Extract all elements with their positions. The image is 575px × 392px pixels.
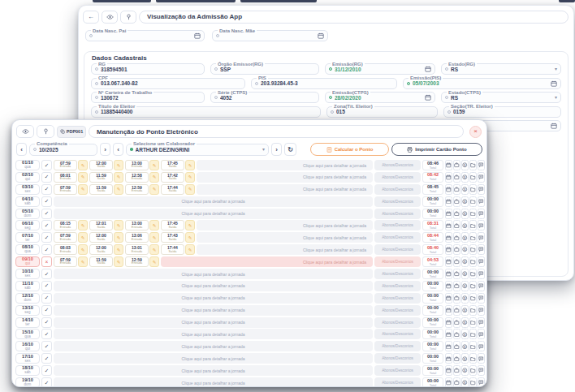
edit-punch-button[interactable]: ✎	[149, 232, 159, 243]
detail-journey-button[interactable]: Clique aqui para detalhar a jornada	[54, 305, 373, 316]
edit-punch-button[interactable]: ✎	[185, 232, 195, 243]
abonos-descontos-button[interactable]: Abonos/Descontos	[374, 209, 421, 219]
briefcase-icon-button[interactable]	[453, 196, 460, 207]
detail-journey-button[interactable]: Clique aqui para detalhar a jornada	[54, 196, 373, 207]
abonos-descontos-button[interactable]: Abonos/Descontos	[374, 269, 421, 279]
edit-punch-button[interactable]: ✎	[185, 172, 195, 183]
comment-icon-button[interactable]	[478, 365, 485, 376]
field-t-tulo-de-eleitor[interactable]: Título de Eleitor11885440400	[91, 106, 321, 118]
money-icon-button[interactable]: $	[461, 341, 469, 351]
folder-icon-button[interactable]	[469, 269, 477, 279]
comment-icon-button[interactable]	[478, 269, 485, 279]
competencia-next-button[interactable]: ›	[100, 143, 110, 156]
edit-punch-button[interactable]: ✎	[114, 244, 123, 255]
folder-icon-button[interactable]	[469, 232, 477, 243]
eye-icon-button[interactable]	[102, 11, 118, 24]
money-icon-button[interactable]: $	[461, 317, 469, 328]
edit-punch-button[interactable]: ✎	[185, 184, 195, 195]
comment-icon-button[interactable]	[478, 232, 485, 243]
pin-icon-button[interactable]	[37, 125, 54, 138]
edit-punch-button[interactable]: ✎	[114, 256, 123, 267]
detail-journey-button[interactable]: Clique aqui para detalhar a jornada	[54, 377, 373, 387]
detail-journey-button[interactable]: Clique aqui para detalhar a jornada	[54, 329, 373, 339]
calendar-icon-button[interactable]	[445, 281, 452, 291]
comment-icon-button[interactable]	[478, 329, 485, 339]
abonos-descontos-button[interactable]: Abonos/Descontos	[374, 160, 421, 170]
edit-punch-button[interactable]: ✎	[114, 220, 123, 230]
colaborador-select[interactable]: Selecione um Colaborador ARTHUR DEZINGRI…	[126, 144, 269, 156]
comment-icon-button[interactable]	[478, 281, 485, 291]
abonos-descontos-button[interactable]: Abonos/Descontos	[374, 317, 421, 328]
day-checkbox[interactable]: ✓	[41, 329, 52, 339]
field-estado-rg[interactable]: Estado(RG)RS▾	[441, 63, 561, 75]
abonos-descontos-button[interactable]: Abonos/Descontos	[374, 377, 421, 387]
edit-punch-button[interactable]: ✎	[149, 256, 159, 267]
day-checkbox[interactable]: ✓	[41, 160, 52, 170]
abonos-descontos-button[interactable]: Abonos/Descontos	[374, 341, 421, 351]
field-pis[interactable]: PIS203.93284.45-3	[251, 78, 397, 89]
edit-punch-button[interactable]: ✎	[149, 244, 159, 255]
competencia-prev-button[interactable]: ‹	[16, 143, 27, 156]
money-icon-button[interactable]: $	[461, 377, 469, 387]
money-icon-button[interactable]: $	[461, 209, 469, 219]
money-icon-button[interactable]: $	[461, 353, 469, 364]
folder-icon-button[interactable]	[469, 317, 477, 328]
field-n-carteira-de-trabalho[interactable]: Nº Carteira de Trabalho130672	[91, 92, 205, 103]
comment-icon-button[interactable]	[478, 293, 485, 304]
money-icon-button[interactable]: $	[461, 293, 469, 304]
detail-journey-button[interactable]: Clique aqui para detalhar a jornada	[54, 365, 373, 376]
calendar-icon-button[interactable]	[445, 256, 452, 267]
day-checkbox[interactable]: ✓	[41, 269, 52, 279]
detail-journey-button[interactable]: Clique aqui para detalhar a jornada	[197, 244, 373, 255]
edit-punch-button[interactable]: ✎	[114, 160, 123, 170]
abonos-descontos-button[interactable]: Abonos/Descontos	[374, 293, 421, 304]
detail-journey-button[interactable]: Clique aqui para detalhar a jornada	[197, 184, 373, 195]
folder-icon-button[interactable]	[469, 365, 477, 376]
field-emiss-o-pis[interactable]: Emissão(PIS)05/07/2003	[403, 78, 561, 89]
calendar-icon-button[interactable]	[445, 184, 452, 195]
day-checkbox[interactable]: ✓	[41, 196, 52, 207]
folder-icon-button[interactable]	[469, 329, 477, 339]
edit-punch-button[interactable]: ✎	[78, 160, 88, 170]
detail-journey-button[interactable]: Clique aqui para detalhar a jornada	[54, 317, 373, 328]
field-data-nasc-m-e[interactable]: Data Nasc. Mãe	[212, 30, 328, 41]
comment-icon-button[interactable]	[478, 305, 485, 316]
folder-icon-button[interactable]	[469, 353, 477, 364]
money-icon-button[interactable]: $	[461, 329, 469, 339]
day-checkbox[interactable]: ✓	[41, 305, 52, 316]
comment-icon-button[interactable]	[478, 244, 485, 255]
edit-punch-button[interactable]: ✎	[114, 232, 123, 243]
pin-icon-button[interactable]	[120, 11, 136, 24]
day-checkbox[interactable]: ✓	[41, 341, 52, 351]
comment-icon-button[interactable]	[478, 256, 485, 267]
detail-journey-button[interactable]: Clique aqui para detalhar a jornada	[197, 232, 373, 243]
calendar-icon[interactable]	[425, 94, 431, 101]
briefcase-icon-button[interactable]	[453, 341, 460, 351]
money-icon-button[interactable]: $	[461, 305, 469, 316]
edit-punch-button[interactable]: ✎	[149, 220, 159, 230]
day-checkbox[interactable]: ✓	[41, 377, 52, 387]
briefcase-icon-button[interactable]	[453, 244, 460, 255]
eye-icon-button[interactable]	[16, 125, 34, 138]
edit-punch-button[interactable]: ✎	[78, 184, 88, 195]
edit-punch-button[interactable]: ✎	[114, 184, 123, 195]
back-button[interactable]: ←	[83, 11, 99, 24]
folder-icon-button[interactable]	[469, 293, 477, 304]
calendar-icon-button[interactable]	[445, 353, 452, 364]
detail-journey-button[interactable]: Clique aqui para detalhar a jornada	[54, 353, 373, 364]
briefcase-icon-button[interactable]	[453, 353, 460, 364]
calendar-icon-button[interactable]	[445, 244, 452, 255]
briefcase-icon-button[interactable]	[453, 172, 460, 183]
briefcase-icon-button[interactable]	[453, 317, 460, 328]
money-icon-button[interactable]: $	[461, 269, 469, 279]
money-icon-button[interactable]: $	[461, 365, 469, 376]
close-icon[interactable]: ×	[469, 126, 482, 138]
calendar-icon[interactable]	[551, 80, 557, 87]
briefcase-icon-button[interactable]	[453, 281, 460, 291]
briefcase-icon-button[interactable]	[453, 256, 460, 267]
abonos-descontos-button[interactable]: Abonos/Descontos	[374, 220, 421, 230]
detail-journey-button[interactable]: Clique aqui para detalhar a jornada	[161, 256, 373, 267]
calendar-icon-button[interactable]	[445, 269, 452, 279]
edit-punch-button[interactable]: ✎	[78, 244, 88, 255]
briefcase-icon-button[interactable]	[453, 293, 460, 304]
